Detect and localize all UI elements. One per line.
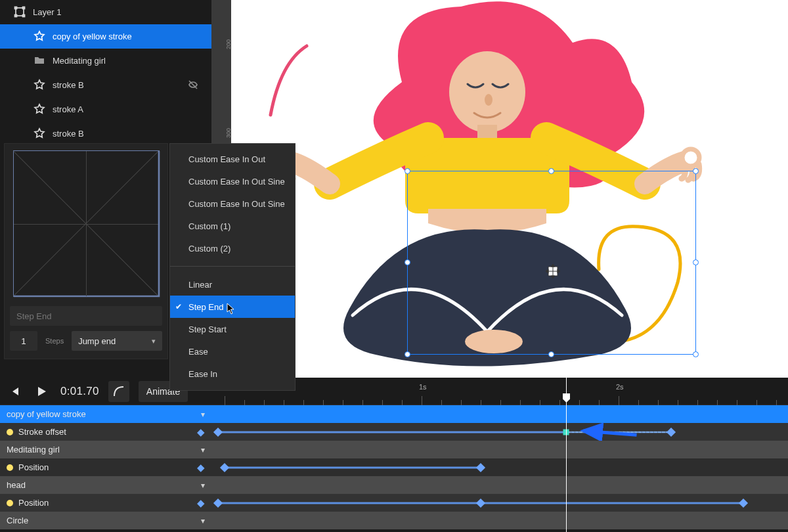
star-icon	[34, 31, 45, 41]
keyframe[interactable]	[213, 498, 223, 507]
easing-editor-button[interactable]	[108, 381, 129, 402]
ease-option-custom-3[interactable]: Custom Ease In Out Sine	[170, 192, 295, 215]
collapse-toggle-icon[interactable]: ▾	[201, 516, 205, 525]
resize-handle[interactable]	[548, 351, 554, 357]
track-label: Meditating girl	[7, 445, 60, 454]
resize-handle[interactable]	[548, 168, 554, 174]
time-label-2s: 2s	[616, 383, 624, 391]
track-label: copy of yellow stroke	[7, 409, 86, 419]
timeline-ruler[interactable]: 0s 1s 2s	[211, 378, 788, 405]
ease-option-custom-5[interactable]: Custom (2)	[170, 237, 295, 259]
track-bullet-icon	[7, 464, 13, 471]
keyframe[interactable]	[213, 427, 223, 436]
ease-option-ease-in[interactable]: Ease In	[170, 363, 295, 385]
timeline-panel: 0:01.70 Animate 0s 1s 2s copy of yellow …	[0, 378, 788, 532]
layer-label: stroke A	[53, 104, 83, 114]
ease-option-custom-2[interactable]: Custom Ease In Out Sine	[170, 170, 295, 192]
track-label: Position	[18, 462, 49, 472]
timeline-toolbar: 0:01.70 Animate 0s 1s 2s	[0, 378, 788, 405]
layer-item-meditating-girl[interactable]: Meditating girl	[0, 49, 211, 73]
keyframe[interactable]	[220, 462, 229, 472]
play-button[interactable]	[33, 381, 51, 402]
ease-option-linear[interactable]: Linear	[170, 273, 295, 296]
layer-item-stroke-a[interactable]: stroke A	[0, 97, 211, 122]
layer-root-label: Layer 1	[33, 7, 61, 17]
star-icon	[34, 104, 45, 114]
add-keyframe-button[interactable]: ◆	[197, 497, 205, 509]
layer-item-stroke-b-1[interactable]: stroke B	[0, 73, 211, 97]
resize-handle[interactable]	[405, 168, 410, 174]
layer-label: copy of yellow stroke	[53, 32, 132, 41]
resize-handle[interactable]	[405, 351, 410, 357]
time-label-1s: 1s	[419, 383, 427, 391]
canvas[interactable]	[231, 0, 788, 378]
steps-label: Steps	[43, 331, 66, 351]
track-group-meditating-girl[interactable]: Meditating girl ▾	[0, 441, 788, 458]
layer-label: stroke B	[53, 129, 84, 139]
playhead[interactable]	[566, 378, 567, 405]
track-prop-stroke-offset[interactable]: Stroke offset ◆	[0, 423, 788, 441]
ease-option-ease[interactable]: Ease	[170, 340, 295, 363]
folder-icon	[34, 55, 45, 66]
svg-rect-7	[477, 125, 497, 139]
layer-root[interactable]: Layer 1	[0, 0, 211, 24]
keyframe[interactable]	[476, 462, 485, 472]
add-keyframe-button[interactable]: ◆	[197, 462, 205, 474]
track-bullet-icon	[7, 500, 13, 506]
track-group-yellow-stroke[interactable]: copy of yellow stroke ▾	[0, 405, 788, 423]
track-label: Circle	[7, 516, 28, 525]
collapse-toggle-icon[interactable]: ▾	[201, 445, 205, 454]
track-bullet-icon	[7, 429, 13, 435]
resize-handle[interactable]	[693, 259, 699, 265]
easing-name-input[interactable]	[10, 306, 162, 326]
playhead-time: 0:01.70	[60, 385, 99, 398]
collapse-toggle-icon[interactable]: ▾	[201, 481, 205, 490]
easing-dropdown-menu: Custom Ease In Out Custom Ease In Out Si…	[169, 143, 296, 391]
track-prop-position-2[interactable]: Position ◆	[0, 494, 788, 512]
keyframe[interactable]	[476, 498, 485, 507]
layer-label: Meditating girl	[53, 56, 106, 66]
steps-count-input[interactable]	[10, 331, 37, 351]
playhead-line	[566, 405, 567, 532]
resize-handle[interactable]	[693, 168, 699, 174]
svg-point-5	[449, 51, 525, 133]
collapse-toggle-icon[interactable]: ▾	[201, 410, 205, 419]
bounding-box-icon	[14, 7, 25, 17]
chevron-down-icon: ▾	[152, 337, 156, 345]
track-label: Position	[18, 498, 49, 508]
ruler-mark: 300	[225, 128, 232, 138]
resize-handle[interactable]	[405, 259, 410, 265]
jump-mode-select[interactable]: Jump end ▾	[72, 331, 162, 351]
ease-option-custom-4[interactable]: Custom (1)	[170, 215, 295, 237]
ease-option-step-start[interactable]: Step Start	[170, 318, 295, 340]
add-keyframe-button[interactable]: ◆	[197, 426, 205, 438]
star-icon	[34, 79, 45, 90]
layer-item-yellow-stroke[interactable]: copy of yellow stroke	[0, 24, 211, 49]
svg-point-6	[485, 94, 492, 106]
resize-handle[interactable]	[693, 351, 699, 357]
selection-bounds[interactable]	[407, 171, 696, 355]
rewind-button[interactable]	[5, 381, 24, 402]
layer-label: stroke B	[53, 80, 84, 90]
cursor-icon	[227, 303, 236, 315]
layer-item-stroke-b-2[interactable]: stroke B	[0, 122, 211, 146]
track-group-circle[interactable]: Circle ▾	[0, 512, 788, 529]
easing-panel: Steps Jump end ▾	[4, 143, 168, 359]
easing-curve-preview[interactable]	[13, 150, 160, 297]
star-icon	[34, 128, 45, 139]
track-label: Stroke offset	[18, 427, 66, 437]
track-group-head[interactable]: head ▾	[0, 476, 788, 494]
keyframe[interactable]	[739, 498, 748, 507]
hidden-icon[interactable]	[188, 79, 198, 90]
timeline-tracks: copy of yellow stroke ▾ Stroke offset ◆	[0, 405, 788, 532]
track-prop-position-1[interactable]: Position ◆	[0, 458, 788, 476]
track-label: head	[7, 480, 26, 490]
ruler-mark: 200	[225, 39, 232, 49]
keyframe[interactable]	[667, 427, 676, 436]
jump-mode-value: Jump end	[78, 336, 116, 346]
ease-option-custom-1[interactable]: Custom Ease In Out	[170, 148, 295, 170]
